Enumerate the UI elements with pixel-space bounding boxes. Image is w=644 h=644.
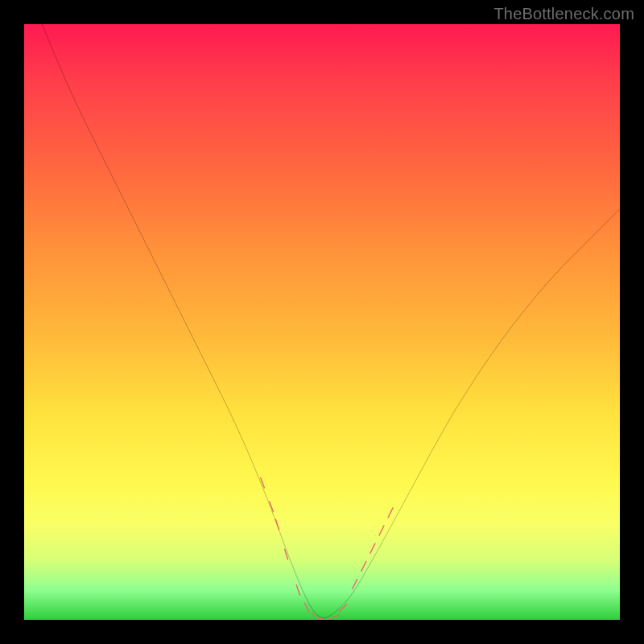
curve-marker xyxy=(270,502,274,511)
watermark-text: TheBottleneck.com xyxy=(493,5,634,23)
curve-marker xyxy=(275,519,279,530)
curve-marker xyxy=(388,508,393,518)
bottleneck-curve xyxy=(42,24,620,618)
curve-marker xyxy=(353,580,357,589)
curve-marker xyxy=(328,615,339,618)
chart-frame: TheBottleneck.com xyxy=(0,0,644,644)
curve-marker xyxy=(361,561,366,571)
curve-marker xyxy=(312,613,320,620)
curve-marker xyxy=(261,478,265,488)
curve-marker xyxy=(285,549,288,559)
curve-marker xyxy=(296,585,299,596)
marker-group xyxy=(261,478,393,620)
curve-marker xyxy=(379,526,384,535)
curve-marker xyxy=(370,543,375,553)
curve-marker xyxy=(305,603,310,613)
chart-svg xyxy=(24,24,620,620)
plot-area xyxy=(24,24,620,620)
curve-marker xyxy=(339,604,346,611)
